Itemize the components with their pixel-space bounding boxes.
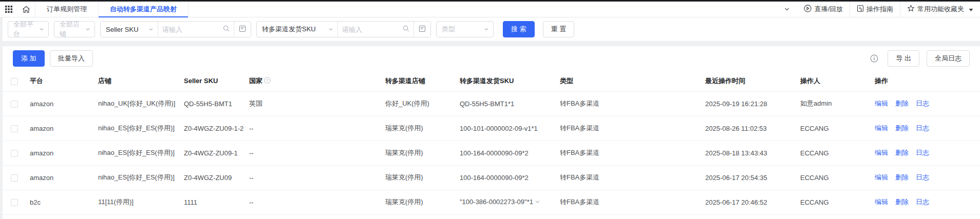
delete-link[interactable]: 删除	[895, 99, 909, 107]
live-replay-label: 直播/回放	[814, 5, 843, 14]
cell-channel-store: 瑞莱克(停用)	[381, 165, 456, 190]
topbar-right: 直播/回放 操作指南 常用功能收藏夹	[777, 2, 980, 17]
cell-channel-sku: QD-55H5-BMT1*1	[456, 91, 556, 116]
reset-button[interactable]: 重 置	[543, 21, 575, 37]
cell-type: 转FBA多渠道	[556, 116, 701, 141]
channel-sku-field-select[interactable]: 转多渠道发货SKU	[257, 22, 338, 37]
row-checkbox[interactable]	[11, 125, 18, 132]
batch-import-button[interactable]: 批量导入	[50, 50, 93, 67]
row-checkbox[interactable]	[11, 101, 18, 108]
cell-operator: ECCANG	[796, 116, 871, 141]
col-store: 店铺	[94, 71, 180, 91]
log-link[interactable]: 日志	[916, 173, 929, 181]
cell-time: 2025-06-17 20:54:35	[701, 165, 796, 190]
sku-expand-chevron-icon[interactable]	[535, 198, 540, 206]
seller-sku-input[interactable]	[162, 26, 223, 33]
operation-guide-link[interactable]: 操作指南	[850, 2, 900, 17]
seller-sku-input-wrap	[158, 22, 234, 37]
channel-sku-input[interactable]	[342, 26, 403, 33]
seller-sku-field-select[interactable]: Seller SKU	[101, 22, 158, 37]
question-circle-icon[interactable]: ?	[264, 77, 271, 85]
row-checkbox[interactable]	[11, 174, 18, 182]
cell-channel-store: 瑞莱克(停用)	[381, 141, 456, 165]
log-link[interactable]: 日志	[916, 198, 929, 206]
delete-link[interactable]: 删除	[895, 149, 909, 156]
col-country: 国家?	[245, 71, 381, 91]
favorites-link[interactable]: 常用功能收藏夹	[900, 2, 980, 17]
cell-platform: amazon	[26, 141, 94, 165]
delete-link[interactable]: 删除	[895, 173, 909, 181]
table-row: amazon nihao_UK[你好_UK(停用)] QD-55H5-BMT1 …	[3, 91, 980, 116]
cell-actions: 编辑删除日志	[871, 190, 980, 214]
cell-channel-store: 瑞莱克(停用)	[381, 116, 456, 141]
global-log-button[interactable]: 全局日志	[927, 50, 970, 67]
cell-operator: 如意admin	[796, 91, 871, 116]
play-circle-icon	[804, 5, 812, 14]
batch-input-icon	[239, 25, 246, 34]
channel-sku-batch-input-button[interactable]	[414, 22, 430, 37]
content-card: 添 加 批量导入 导 出 全局日志 平台 店铺 Seller SKU 国家? 转…	[3, 46, 980, 219]
platform-select-placeholder: 全部平台	[13, 20, 39, 38]
cell-type: 转FBA多渠道	[556, 91, 701, 116]
add-button[interactable]: 添 加	[13, 50, 45, 67]
cell-store: nihao_ES[你好_ES(停用)]	[94, 141, 180, 165]
log-link[interactable]: 日志	[916, 149, 929, 156]
edit-link[interactable]: 编辑	[875, 99, 888, 107]
info-icon[interactable]	[870, 54, 878, 63]
chevron-down-icon	[148, 26, 154, 33]
table-row: b2c 11[11(停用)] 1111 -- 瑞莱克(停用) "100-386-…	[3, 190, 980, 214]
log-link[interactable]: 日志	[916, 124, 929, 132]
log-link[interactable]: 日志	[916, 99, 929, 107]
cell-type: 转FBA多渠道	[556, 165, 701, 190]
row-checkbox[interactable]	[11, 199, 18, 206]
seller-sku-batch-input-button[interactable]	[234, 22, 251, 37]
col-country-label: 国家	[249, 77, 262, 85]
cell-country: --	[245, 190, 381, 214]
guide-doc-icon	[857, 5, 864, 14]
channel-sku-input-wrap	[338, 22, 414, 37]
search-button[interactable]: 搜 索	[503, 21, 535, 37]
star-icon	[907, 5, 915, 14]
apps-grid-icon[interactable]	[0, 2, 17, 17]
tabs-collapse-chevron-icon[interactable]	[777, 6, 797, 12]
col-channel-sku: 转多渠道发货SKU	[456, 71, 556, 91]
export-button[interactable]: 导 出	[888, 50, 919, 67]
cell-operator: ECCANG	[796, 190, 871, 214]
cell-channel-sku: "100-386-0002273-09"*1	[456, 190, 556, 214]
edit-link[interactable]: 编辑	[875, 124, 888, 132]
search-icon	[223, 25, 230, 33]
cell-store: nihao_ES[你好_ES(停用)]	[94, 165, 180, 190]
home-icon[interactable]	[17, 2, 35, 17]
caret-down-icon	[969, 6, 973, 13]
cell-store: nihao_UK[你好_UK(停用)]	[94, 91, 180, 116]
platform-select[interactable]: 全部平台	[8, 21, 49, 37]
delete-link[interactable]: 删除	[895, 124, 909, 132]
cell-country: --	[245, 116, 381, 141]
select-all-checkbox[interactable]	[11, 78, 18, 85]
row-checkbox[interactable]	[11, 150, 18, 157]
delete-link[interactable]: 删除	[895, 198, 909, 206]
tab-label: 订单规则管理	[47, 5, 87, 14]
edit-link[interactable]: 编辑	[875, 149, 888, 156]
edit-link[interactable]: 编辑	[875, 173, 888, 181]
batch-input-icon	[419, 25, 426, 34]
cell-operator: ECCANG	[796, 165, 871, 190]
cell-time: 2025-08-26 11:02:53	[701, 116, 796, 141]
edit-link[interactable]: 编辑	[875, 198, 888, 206]
cell-country: --	[245, 165, 381, 190]
cell-actions: 编辑删除日志	[871, 165, 980, 190]
tab-order-rule-management[interactable]: 订单规则管理	[35, 2, 99, 17]
cell-type: 转FBA多渠道	[556, 190, 701, 214]
chevron-down-icon	[39, 26, 44, 33]
cell-platform: amazon	[26, 116, 94, 141]
store-select-placeholder: 全部店铺	[60, 20, 85, 38]
tab-auto-multichannel-product-mapping[interactable]: 自动转多渠道产品映射	[98, 2, 189, 17]
operation-guide-label: 操作指南	[866, 5, 893, 14]
cell-time: 2025-09-19 16:21:28	[701, 91, 796, 116]
store-select[interactable]: 全部店铺	[54, 21, 95, 37]
cell-seller-sku: Z0-4WGZ-ZU09-1	[180, 141, 245, 165]
col-platform: 平台	[26, 71, 94, 91]
channel-sku-field-value: 转多渠道发货SKU	[262, 25, 316, 34]
live-replay-link[interactable]: 直播/回放	[797, 2, 850, 17]
type-select[interactable]: 类型	[436, 21, 494, 37]
